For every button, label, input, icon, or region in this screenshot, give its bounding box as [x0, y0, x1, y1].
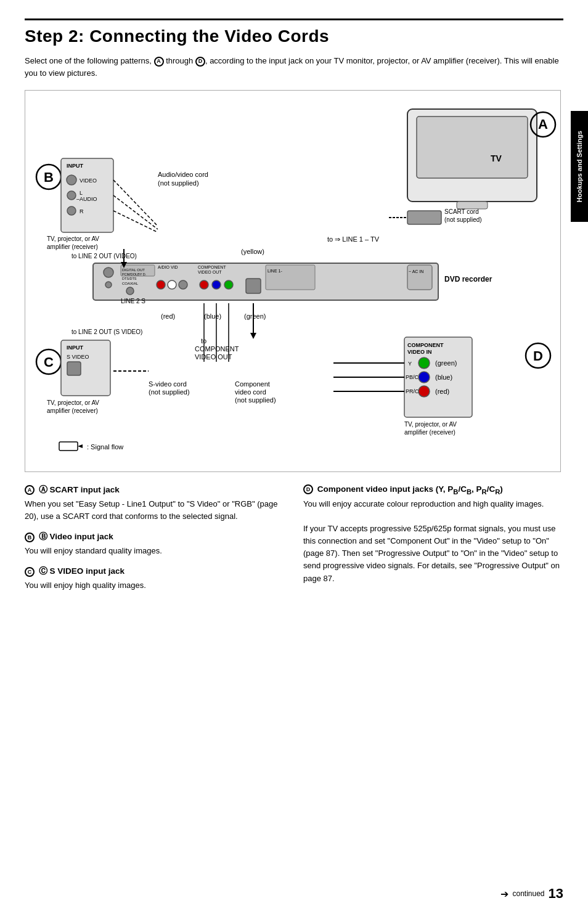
- svg-text:DIGITAL OUT: DIGITAL OUT: [122, 268, 145, 272]
- section-scart: A Ⓐ SCART input jack When you set "Easy …: [25, 484, 285, 523]
- svg-text:R: R: [80, 208, 84, 214]
- svg-text:(not supplied): (not supplied): [235, 396, 276, 404]
- diagram-svg: TV A SCART cord (not supplied) to ⇒ LINE…: [25, 91, 561, 473]
- svg-text:SCART cord: SCART cord: [444, 208, 479, 215]
- svg-rect-32: [407, 265, 432, 290]
- svg-text:B: B: [44, 169, 54, 185]
- svg-text:COMPONENT: COMPONENT: [198, 265, 226, 269]
- svg-text:to LINE 2 OUT (VIDEO): to LINE 2 OUT (VIDEO): [71, 253, 137, 259]
- svg-point-13: [105, 282, 112, 288]
- section-left: A Ⓐ SCART input jack When you set "Easy …: [25, 484, 285, 601]
- svg-text:VIDEO IN: VIDEO IN: [407, 349, 432, 355]
- svg-text:Component: Component: [235, 380, 270, 388]
- svg-text:amplifier (receiver): amplifier (receiver): [404, 429, 455, 436]
- svg-point-45: [67, 191, 76, 200]
- svg-text:(green): (green): [435, 359, 457, 367]
- svg-text:(not supplied): (not supplied): [149, 388, 190, 396]
- section-video-text: You will enjoy standard quality images.: [25, 545, 285, 557]
- svg-text:COMPONENT: COMPONENT: [195, 345, 239, 353]
- sections-container: A Ⓐ SCART input jack When you set "Easy …: [25, 484, 563, 601]
- svg-text:VIDEO: VIDEO: [80, 177, 97, 184]
- svg-point-26: [157, 280, 165, 289]
- svg-line-55: [113, 195, 158, 229]
- svg-point-43: [67, 175, 76, 185]
- svg-text:C: C: [44, 354, 54, 370]
- svg-rect-1: [417, 116, 528, 178]
- svg-rect-6: [407, 211, 441, 224]
- svg-text:video cord: video cord: [235, 388, 266, 396]
- svg-text:TV, projector, or AV: TV, projector, or AV: [404, 421, 457, 428]
- svg-text:COAXIAL: COAXIAL: [122, 282, 139, 285]
- svg-text:(not supplied): (not supplied): [444, 216, 482, 223]
- svg-text:TV, projector, or AV: TV, projector, or AV: [47, 399, 99, 406]
- svg-text:(green): (green): [244, 312, 266, 320]
- page-title: Step 2: Connecting the Video Cords: [25, 18, 563, 46]
- section-svideo: C Ⓒ S VIDEO input jack You will enjoy hi…: [25, 566, 285, 592]
- side-tab: Hookups and Settings: [571, 111, 588, 222]
- svg-text:VIDEO OUT: VIDEO OUT: [195, 353, 232, 361]
- svg-point-28: [179, 280, 187, 289]
- svg-text:TV: TV: [491, 153, 502, 163]
- diagram-area: TV A SCART cord (not supplied) to ⇒ LINE…: [25, 90, 561, 472]
- svg-line-56: [113, 211, 158, 232]
- svg-text:to ⇒ LINE 1 – TV: to ⇒ LINE 1 – TV: [327, 235, 380, 243]
- svg-text:A/DIO VID: A/DIO VID: [158, 265, 178, 269]
- page-container: Hookups and Settings Step 2: Connecting …: [0, 0, 588, 914]
- svg-point-23: [212, 280, 221, 289]
- svg-text:~ AC IN: ~ AC IN: [409, 269, 423, 274]
- svg-text:(red): (red): [435, 388, 449, 395]
- svg-text:A: A: [538, 116, 548, 132]
- svg-text:DTS/DTS: DTS/DTS: [122, 277, 137, 280]
- svg-text:LINE 1-: LINE 1-: [267, 269, 282, 273]
- svg-text:amplifier (receiver): amplifier (receiver): [47, 243, 98, 250]
- svg-point-93: [419, 372, 430, 383]
- section-svideo-heading: C Ⓒ S VIDEO input jack: [25, 566, 285, 577]
- section-right: D Component video input jacks (Y, PB/CB,…: [303, 484, 563, 601]
- svg-rect-66: [67, 362, 81, 375]
- side-tab-label: Hookups and Settings: [576, 131, 583, 202]
- section-component-text: You will enjoy accurate colour reproduct…: [303, 498, 563, 585]
- svg-text:L: L: [80, 190, 83, 196]
- section-svideo-text: You will enjoy high quality images.: [25, 579, 285, 592]
- svg-text:(not supplied): (not supplied): [158, 179, 199, 187]
- svg-point-90: [419, 357, 430, 369]
- svg-point-19: [126, 287, 134, 295]
- svg-text:VIDEO OUT: VIDEO OUT: [198, 270, 222, 274]
- svg-point-96: [419, 386, 430, 397]
- svg-point-12: [104, 267, 113, 277]
- svg-text:PCM/DOLBY D.: PCM/DOLBY D.: [122, 272, 147, 276]
- svg-text:INPUT: INPUT: [67, 163, 84, 169]
- svg-text:: Signal flow: : Signal flow: [87, 443, 123, 451]
- svg-marker-72: [250, 333, 256, 339]
- svg-text:S-video cord: S-video cord: [149, 380, 187, 388]
- continued-arrow: ➔: [500, 888, 508, 900]
- svg-point-27: [168, 280, 176, 289]
- svg-point-22: [200, 280, 208, 289]
- svg-rect-103: [59, 442, 78, 451]
- svg-point-48: [67, 206, 76, 215]
- svg-text:–AUDIO: –AUDIO: [76, 196, 97, 202]
- svg-text:LINE 2 S: LINE 2 S: [121, 298, 145, 304]
- section-scart-text: When you set "Easy Setup - Line1 Output"…: [25, 498, 285, 523]
- svg-text:(blue): (blue): [435, 373, 452, 381]
- section-video: B Ⓑ Video input jack You will enjoy stan…: [25, 531, 285, 557]
- svg-text:INPUT: INPUT: [67, 345, 84, 351]
- svg-text:(red): (red): [161, 312, 175, 320]
- section-component: D Component video input jacks (Y, PB/CB,…: [303, 484, 563, 585]
- svg-text:to LINE 2 OUT (S VIDEO): to LINE 2 OUT (S VIDEO): [71, 328, 142, 335]
- page-number: 13: [549, 886, 563, 902]
- svg-text:COMPONENT: COMPONENT: [407, 342, 444, 348]
- svg-text:Audio/video cord: Audio/video cord: [158, 171, 208, 178]
- svg-line-54: [113, 180, 158, 226]
- svg-text:Y: Y: [408, 361, 412, 367]
- svg-text:DVD recorder: DVD recorder: [444, 275, 492, 284]
- section-scart-heading: A Ⓐ SCART input jack: [25, 484, 285, 496]
- intro-text: Select one of the following patterns, A …: [25, 55, 563, 79]
- section-component-heading: D Component video input jacks (Y, PB/CB,…: [303, 484, 563, 496]
- svg-point-24: [224, 280, 233, 289]
- svg-text:amplifier (receiver): amplifier (receiver): [47, 407, 98, 414]
- continued-label: continued: [512, 889, 544, 898]
- svg-text:(yellow): (yellow): [241, 248, 264, 255]
- svg-text:S VIDEO: S VIDEO: [67, 354, 89, 360]
- section-video-heading: B Ⓑ Video input jack: [25, 531, 285, 542]
